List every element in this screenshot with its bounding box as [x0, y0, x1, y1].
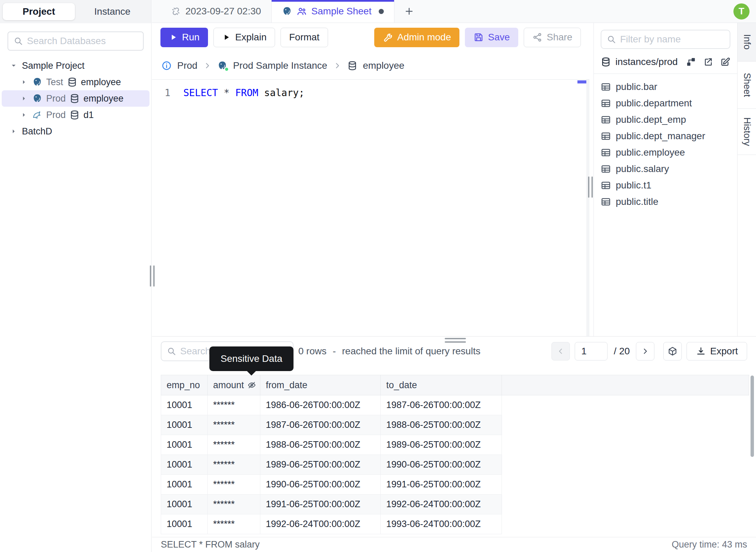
edit-icon[interactable]	[720, 57, 730, 67]
database-icon	[67, 77, 77, 87]
tab-instance[interactable]: Instance	[76, 3, 148, 20]
cell[interactable]: 1989-06-25T00:00:00Z	[381, 435, 502, 455]
column-header-emp-no[interactable]: emp_no	[161, 375, 208, 395]
breadcrumb-database[interactable]: employee	[363, 60, 404, 71]
table-icon	[601, 164, 611, 174]
cell-masked[interactable]: ******	[208, 435, 260, 455]
column-header-from-date[interactable]: from_date	[260, 375, 381, 395]
eye-off-icon[interactable]	[247, 381, 256, 390]
external-link-icon[interactable]	[703, 57, 713, 67]
cell[interactable]: 1987-06-26T00:00:00Z	[381, 395, 502, 415]
prev-page-button[interactable]	[551, 342, 570, 360]
page-number-input[interactable]	[575, 342, 608, 360]
explain-button[interactable]: Explain	[213, 28, 275, 47]
share-button[interactable]: Share	[524, 28, 581, 47]
tab-info[interactable]: Info	[738, 23, 756, 62]
cell-masked[interactable]: ******	[208, 495, 260, 514]
caret-down-icon[interactable]	[9, 61, 18, 70]
tab-project[interactable]: Project	[3, 3, 75, 20]
connection-source-row: instances/prod	[594, 55, 737, 74]
sql-code-editor[interactable]: 1 SELECT * FROM salary;	[152, 80, 589, 336]
caret-right-icon[interactable]	[19, 94, 28, 103]
cell[interactable]: 10001	[161, 514, 208, 534]
tree-item-test-employee[interactable]: Test employee	[2, 74, 149, 90]
cell[interactable]: 10001	[161, 475, 208, 495]
tree-item-prod-employee[interactable]: Prod employee	[2, 90, 149, 107]
table-list-item[interactable]: public.dept_emp	[594, 111, 737, 128]
cell[interactable]: 1988-06-25T00:00:00Z	[260, 435, 381, 455]
cell[interactable]: 10001	[161, 415, 208, 435]
tab-sheet[interactable]: Sheet	[738, 62, 756, 109]
worksheet-tab-sample-sheet[interactable]: Sample Sheet	[272, 0, 394, 23]
cell-masked[interactable]: ******	[208, 514, 260, 534]
table-name: public.title	[616, 196, 659, 207]
search-databases-input[interactable]	[27, 36, 138, 47]
cell[interactable]: 10001	[161, 395, 208, 415]
data-mask-box-button[interactable]	[663, 342, 682, 360]
database-label: employee	[81, 77, 121, 88]
run-button[interactable]: Run	[160, 28, 208, 47]
cell[interactable]: 1993-06-24T00:00:00Z	[381, 514, 502, 534]
info-icon[interactable]	[161, 61, 172, 71]
cell-masked[interactable]: ******	[208, 415, 260, 435]
breadcrumb-instance[interactable]: Prod Sample Instance	[233, 60, 327, 71]
save-icon	[473, 32, 484, 42]
table-list-item[interactable]: public.t1	[594, 177, 737, 194]
right-panel-resize-handle[interactable]	[588, 176, 593, 198]
cell[interactable]: 1990-06-25T00:00:00Z	[260, 475, 381, 495]
table-list-item[interactable]: public.bar	[594, 79, 737, 95]
cell-masked[interactable]: ******	[208, 455, 260, 475]
caret-right-icon[interactable]	[19, 78, 28, 87]
cell-masked[interactable]: ******	[208, 475, 260, 495]
cell[interactable]: 10001	[161, 495, 208, 514]
caret-right-icon[interactable]	[19, 110, 28, 119]
tree-item-prod-d1[interactable]: Prod d1	[2, 107, 149, 123]
table-list-item[interactable]: public.dept_manager	[594, 128, 737, 144]
tree-item-sample-project[interactable]: Sample Project	[2, 57, 149, 74]
table-row: 10001 ****** 1991-06-25T00:00:00Z 1992-0…	[161, 495, 502, 514]
new-tab-button[interactable]	[401, 3, 417, 19]
next-page-button[interactable]	[636, 342, 654, 360]
cell[interactable]: 1988-06-25T00:00:00Z	[381, 415, 502, 435]
cell-masked[interactable]: ******	[208, 395, 260, 415]
cell[interactable]: 1991-06-25T00:00:00Z	[260, 495, 381, 514]
column-label: emp_no	[167, 380, 200, 391]
worksheet-tab-unsaved[interactable]: 2023-09-27 02:30	[160, 0, 272, 23]
cell[interactable]: 1986-06-26T00:00:00Z	[260, 395, 381, 415]
results-scrollbar[interactable]	[751, 376, 754, 457]
cell[interactable]: 10001	[161, 435, 208, 455]
cell[interactable]: 1987-06-26T00:00:00Z	[260, 415, 381, 435]
cell[interactable]: 1990-06-25T00:00:00Z	[381, 455, 502, 475]
tree-item-batchd[interactable]: BatchD	[2, 123, 149, 140]
sidebar-resize-handle[interactable]	[150, 265, 155, 287]
filter-by-name-input[interactable]	[620, 34, 724, 45]
cell[interactable]: 1992-06-24T00:00:00Z	[260, 514, 381, 534]
table-row: 10001 ****** 1989-06-25T00:00:00Z 1990-0…	[161, 455, 502, 475]
avatar[interactable]: T	[733, 3, 750, 19]
limit-note: reached the limit of query results	[342, 346, 481, 357]
editor-scrollbar-gutter[interactable]	[586, 80, 589, 336]
save-button[interactable]: Save	[465, 28, 518, 47]
table-list-item[interactable]: public.title	[594, 194, 737, 210]
worksheet-tab-title: Sample Sheet	[311, 6, 372, 17]
table-list-item[interactable]: public.employee	[594, 144, 737, 161]
admin-mode-button[interactable]: Admin mode	[374, 28, 459, 47]
schema-diagram-icon[interactable]	[686, 57, 696, 67]
cell[interactable]: 1992-06-24T00:00:00Z	[381, 495, 502, 514]
table-list-item[interactable]: public.department	[594, 95, 737, 111]
cell[interactable]: 1989-06-25T00:00:00Z	[260, 455, 381, 475]
column-header-to-date[interactable]: to_date	[381, 375, 502, 395]
query-results-panel: 0 rows - reached the limit of query resu…	[152, 336, 756, 537]
format-button[interactable]: Format	[281, 28, 328, 47]
schema-sidebar: instances/prod public.bar public.departm…	[594, 23, 737, 336]
export-button[interactable]: Export	[687, 342, 747, 360]
caret-right-icon[interactable]	[9, 127, 18, 136]
tab-history[interactable]: History	[738, 109, 756, 155]
breadcrumb-environment[interactable]: Prod	[177, 60, 197, 71]
table-list-item[interactable]: public.salary	[594, 161, 737, 177]
cell[interactable]: 10001	[161, 455, 208, 475]
table-row: 10001 ****** 1987-06-26T00:00:00Z 1988-0…	[161, 415, 502, 435]
line-number: 1	[152, 87, 183, 98]
results-resize-handle[interactable]	[445, 338, 466, 345]
cell[interactable]: 1991-06-25T00:00:00Z	[381, 475, 502, 495]
